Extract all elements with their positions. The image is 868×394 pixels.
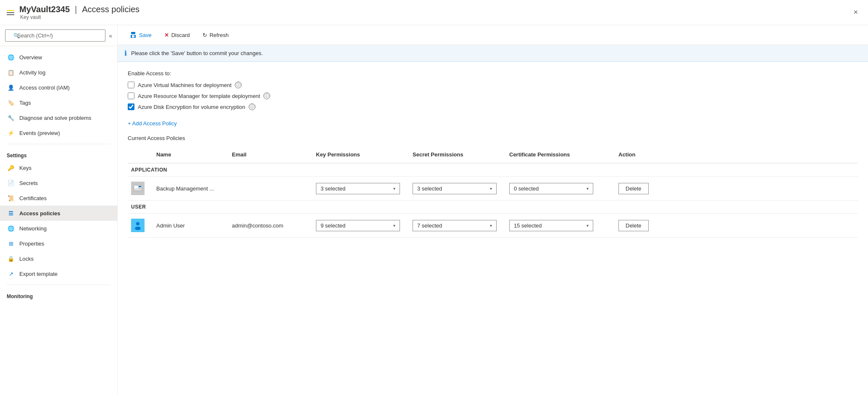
sidebar-item-networking[interactable]: 🌐 Networking	[0, 221, 117, 236]
props-icon: ⊞	[7, 239, 15, 248]
sidebar-label-events: Events (preview)	[19, 130, 60, 136]
svg-rect-4	[134, 186, 138, 188]
content-area: Save ✕ Discard ↻ Refresh ℹ Please click …	[118, 25, 868, 394]
disk-info-icon[interactable]: ⓘ	[249, 103, 255, 110]
sidebar-label-secrets: Secrets	[19, 180, 38, 186]
app-secret-perms-value: 3 selected	[417, 185, 442, 192]
nav-divider-monitoring	[7, 285, 110, 285]
search-input[interactable]	[5, 29, 105, 42]
sidebar-item-access-control[interactable]: 👤 Access control (IAM)	[0, 80, 117, 95]
sidebar-item-access-policies[interactable]: ☰ Access policies	[0, 206, 117, 221]
svg-point-7	[136, 222, 139, 225]
user-key-perms-dropdown[interactable]: 9 selected ▾	[316, 220, 400, 231]
svg-rect-2	[132, 35, 134, 37]
col-header-icon	[128, 153, 153, 156]
app-secret-perms-dropdown[interactable]: 3 selected ▾	[413, 183, 497, 194]
certs-icon: 📜	[7, 194, 15, 202]
checkbox-arm-label: Azure Resource Manager for template depl…	[138, 93, 260, 99]
col-header-cert-perms: Certificate Permissions	[506, 150, 615, 159]
sidebar-label-networking: Networking	[19, 225, 47, 232]
app-delete-button[interactable]: Delete	[618, 183, 649, 194]
page-content: Enable Access to: Azure Virtual Machines…	[118, 62, 868, 394]
user-cert-perms-dropdown[interactable]: 15 selected ▾	[509, 220, 593, 231]
col-header-action: Action	[615, 150, 670, 159]
collapse-button[interactable]: «	[109, 32, 112, 39]
app-cert-perms-cell: 0 selected ▾	[506, 181, 615, 196]
checkbox-vm-row: Azure Virtual Machines for deployment ⓘ	[128, 82, 858, 88]
info-bar: ℹ Please click the 'Save' button to comm…	[118, 45, 868, 62]
sidebar-label-keys: Keys	[19, 165, 32, 171]
checkbox-arm[interactable]	[128, 93, 134, 99]
discard-button[interactable]: ✕ Discard	[159, 29, 195, 41]
app-key-perms-value: 3 selected	[321, 185, 345, 192]
settings-section-label: Settings	[0, 148, 117, 160]
header-separator: |	[75, 5, 77, 14]
table-row: Admin User admin@contoso.com 9 selected …	[128, 214, 858, 238]
sidebar-label-diagnose: Diagnose and solve problems	[19, 115, 91, 121]
vault-name: MyVault2345	[19, 5, 70, 14]
toolbar: Save ✕ Discard ↻ Refresh	[118, 25, 868, 45]
sidebar-item-tags[interactable]: 🏷️ Tags	[0, 95, 117, 110]
app-avatar-cell	[128, 180, 153, 197]
user-cert-perms-cell: 15 selected ▾	[506, 218, 615, 233]
col-header-key-perms: Key Permissions	[313, 150, 409, 159]
network-icon: 🌐	[7, 224, 15, 233]
sidebar-item-activity-log[interactable]: 📋 Activity log	[0, 65, 117, 80]
tags-icon: 🏷️	[7, 98, 15, 107]
save-button[interactable]: Save	[124, 29, 157, 41]
sidebar-item-diagnose[interactable]: 🔧 Diagnose and solve problems	[0, 110, 117, 125]
app-cert-perms-dropdown[interactable]: 0 selected ▾	[509, 183, 593, 194]
sidebar-label-tags: Tags	[19, 100, 31, 106]
group-header-user: USER	[128, 201, 858, 214]
app-email	[229, 187, 313, 190]
user-name: Admin User	[153, 221, 229, 230]
diagnose-icon: 🔧	[7, 114, 15, 122]
sidebar-item-properties[interactable]: ⊞ Properties	[0, 236, 117, 251]
checkbox-disk[interactable]	[128, 103, 134, 110]
user-secret-perms-dropdown[interactable]: 7 selected ▾	[413, 220, 497, 231]
app-action-cell: Delete	[615, 181, 670, 196]
sidebar-label-overview: Overview	[19, 54, 42, 61]
sidebar-item-secrets[interactable]: 📄 Secrets	[0, 175, 117, 190]
header: MyVault2345 | Access policies Key vault …	[0, 0, 868, 25]
user-cert-perms-value: 15 selected	[514, 222, 542, 229]
svg-rect-0	[131, 32, 135, 34]
app-key-perms-dropdown[interactable]: 3 selected ▾	[316, 183, 400, 194]
sidebar-item-locks[interactable]: 🔒 Locks	[0, 251, 117, 266]
add-policy-link[interactable]: + Add Access Policy	[128, 120, 177, 127]
policies-section-label: Current Access Policies	[128, 135, 858, 141]
user-delete-button[interactable]: Delete	[618, 220, 649, 231]
sidebar-label-activity-log: Activity log	[19, 69, 45, 76]
user-key-perms-cell: 9 selected ▾	[313, 218, 409, 233]
app-secret-perms-chevron: ▾	[490, 186, 492, 191]
sidebar-label-certificates: Certificates	[19, 195, 47, 201]
sidebar-item-keys[interactable]: 🔑 Keys	[0, 160, 117, 175]
sidebar-label-export: Export template	[19, 271, 58, 277]
globe-icon: 🌐	[7, 53, 15, 61]
info-bar-message: Please click the 'Save' button to commit…	[131, 50, 263, 56]
nav-divider-settings	[7, 144, 110, 144]
checkbox-vm-label: Azure Virtual Machines for deployment	[138, 82, 231, 88]
user-avatar-cell	[128, 217, 153, 234]
sidebar-item-certificates[interactable]: 📜 Certificates	[0, 190, 117, 206]
close-button[interactable]: ×	[850, 6, 861, 19]
refresh-button[interactable]: ↻ Refresh	[197, 29, 234, 41]
checkbox-vm[interactable]	[128, 82, 134, 88]
sidebar-label-properties: Properties	[19, 241, 44, 247]
vm-info-icon[interactable]: ⓘ	[235, 82, 242, 88]
sidebar: 🔍 « 🌐 Overview 📋 Activity log �	[0, 25, 118, 394]
user-key-perms-chevron: ▾	[393, 223, 395, 228]
app-cert-perms-value: 0 selected	[514, 185, 539, 192]
locks-icon: 🔒	[7, 254, 15, 263]
table-row: Backup Management ... 3 selected ▾	[128, 177, 858, 201]
sidebar-label-access-policies: Access policies	[19, 210, 60, 217]
table-header: Name Email Key Permissions Secret Permis…	[128, 146, 858, 164]
resource-type: Key vault	[20, 14, 850, 20]
arm-info-icon[interactable]: ⓘ	[263, 93, 270, 99]
sidebar-item-export[interactable]: ↗ Export template	[0, 266, 117, 281]
menu-icon[interactable]	[7, 10, 14, 15]
sidebar-item-overview[interactable]: 🌐 Overview	[0, 50, 117, 65]
user-secret-perms-cell: 7 selected ▾	[409, 218, 506, 233]
app-secret-perms-cell: 3 selected ▾	[409, 181, 506, 196]
sidebar-item-events[interactable]: ⚡ Events (preview)	[0, 125, 117, 140]
